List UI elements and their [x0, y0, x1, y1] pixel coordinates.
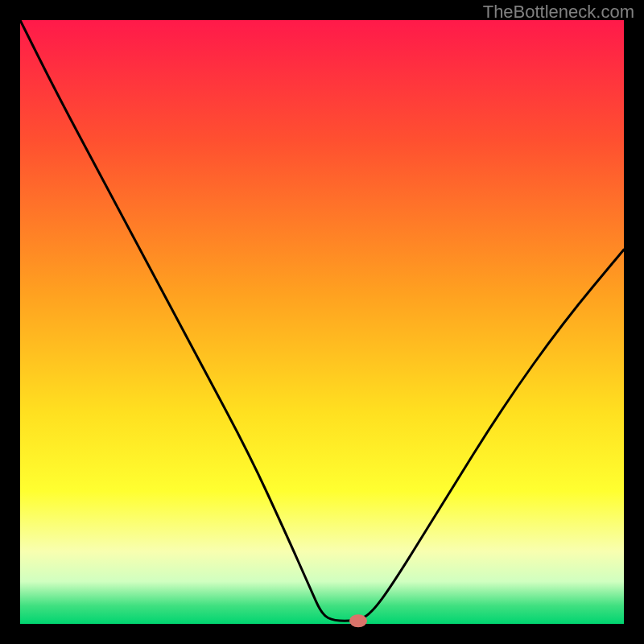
bottleneck-chart [0, 0, 644, 644]
watermark-text: TheBottleneck.com [483, 2, 634, 23]
chart-gradient-background [20, 20, 624, 624]
chart-container: TheBottleneck.com [0, 0, 644, 644]
optimal-point-marker [349, 614, 367, 627]
